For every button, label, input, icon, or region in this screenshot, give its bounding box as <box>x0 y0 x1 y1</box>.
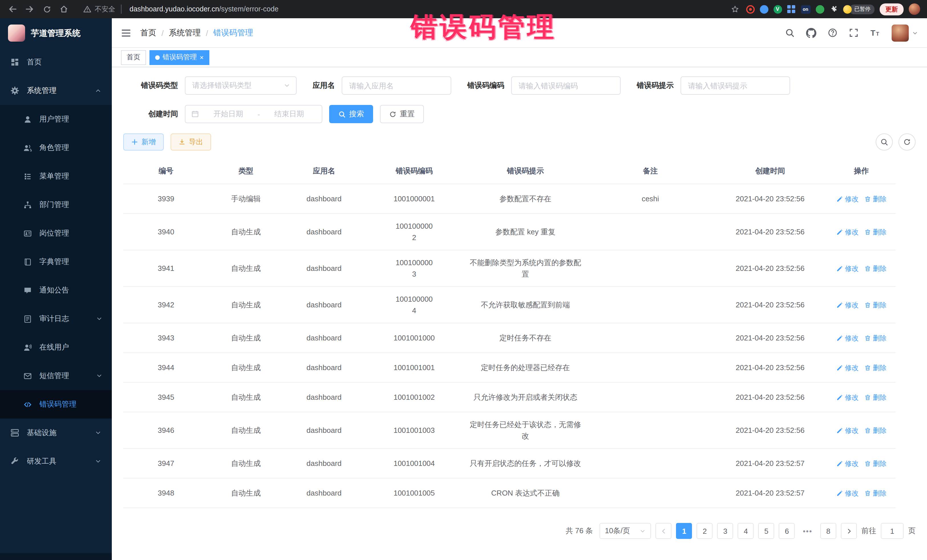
page-button-3[interactable]: 3 <box>717 523 733 539</box>
delete-link[interactable]: 删除 <box>864 458 886 469</box>
delete-link[interactable]: 删除 <box>864 488 886 498</box>
prev-page-button[interactable] <box>656 523 672 539</box>
pagination: 共 76 条 10条/页 1 2 3 4 5 6 ••• 8 前往 <box>123 523 916 539</box>
error-code-input[interactable] <box>511 76 621 95</box>
error-type-select[interactable]: 请选择错误码类型 <box>185 76 296 95</box>
breadcrumb-system[interactable]: 系统管理 <box>169 28 201 38</box>
sidebar-item-devtools[interactable]: 研发工具 <box>0 447 112 476</box>
list-icon <box>23 171 32 181</box>
browser-profile-avatar[interactable] <box>909 3 920 15</box>
font-size-icon[interactable]: TT <box>870 28 880 38</box>
sidebar-item-label: 角色管理 <box>40 143 69 153</box>
column-header-type: 类型 <box>209 159 283 184</box>
sidebar-item-system[interactable]: 系统管理 <box>0 76 112 105</box>
extension-on-badge[interactable]: on <box>801 5 810 14</box>
help-icon[interactable] <box>828 28 837 38</box>
sidebar-item-notices[interactable]: 通知公告 <box>0 276 112 305</box>
extension-leaf-icon[interactable] <box>816 5 824 14</box>
header-search-icon[interactable] <box>785 28 795 38</box>
cell-app: dashboard <box>283 187 365 211</box>
delete-link[interactable]: 删除 <box>864 300 886 310</box>
delete-link[interactable]: 删除 <box>864 425 886 436</box>
paused-badge: 已暂停 <box>849 4 874 14</box>
trash-icon <box>864 301 871 308</box>
delete-link[interactable]: 删除 <box>864 194 886 204</box>
sidebar-item-error-codes[interactable]: 错误码管理 <box>0 390 112 419</box>
org-tree-icon <box>23 200 32 209</box>
back-icon[interactable] <box>7 3 18 15</box>
edit-link[interactable]: 修改 <box>836 333 859 343</box>
sidebar-logo[interactable]: 芋道管理系统 <box>0 18 112 48</box>
edit-link[interactable]: 修改 <box>836 300 859 310</box>
page-button-2[interactable]: 2 <box>697 523 713 539</box>
home-icon[interactable] <box>58 3 70 15</box>
sidebar-item-roles[interactable]: 角色管理 <box>0 134 112 162</box>
user-menu[interactable] <box>892 24 918 41</box>
forward-icon[interactable] <box>24 3 35 15</box>
cell-code: 1001000004 <box>365 287 463 323</box>
hamburger-icon[interactable] <box>121 28 131 38</box>
search-button[interactable]: 搜索 <box>329 105 373 123</box>
edit-link[interactable]: 修改 <box>836 425 859 436</box>
extension-grid-icon[interactable] <box>787 5 795 14</box>
bookmark-star-icon[interactable] <box>729 3 741 15</box>
site-security[interactable]: 不安全 <box>83 4 124 14</box>
date-range-picker[interactable]: 开始日期 - 结束日期 <box>185 105 322 123</box>
export-button[interactable]: 导出 <box>170 134 211 150</box>
delete-link[interactable]: 删除 <box>864 227 886 237</box>
extensions-puzzle-icon[interactable] <box>829 5 838 14</box>
extension-record-icon[interactable] <box>746 5 754 14</box>
extension-v-icon[interactable]: V <box>773 5 782 14</box>
edit-link[interactable]: 修改 <box>836 392 859 402</box>
sidebar-item-infrastructure[interactable]: 基础设施 <box>0 419 112 447</box>
sidebar-item-users[interactable]: 用户管理 <box>0 105 112 134</box>
page-button-8[interactable]: 8 <box>820 523 836 539</box>
pagination-ellipsis[interactable]: ••• <box>799 523 816 539</box>
refresh-table-button[interactable] <box>898 134 916 150</box>
chrome-update-button[interactable]: 更新 <box>880 3 904 15</box>
sidebar-collapse-bar[interactable] <box>0 553 112 560</box>
page-button-1[interactable]: 1 <box>676 523 692 539</box>
sidebar-item-dictionary[interactable]: 字典管理 <box>0 247 112 276</box>
reset-button[interactable]: 重置 <box>380 105 424 123</box>
sidebar-item-posts[interactable]: 岗位管理 <box>0 219 112 247</box>
delete-link[interactable]: 删除 <box>864 363 886 373</box>
page-button-5[interactable]: 5 <box>758 523 774 539</box>
sidebar-item-audit-logs[interactable]: 审计日志 <box>0 305 112 333</box>
edit-link[interactable]: 修改 <box>836 194 859 204</box>
edit-link[interactable]: 修改 <box>836 263 859 273</box>
delete-link[interactable]: 删除 <box>864 333 886 343</box>
sidebar-item-sms[interactable]: 短信管理 <box>0 361 112 390</box>
breadcrumb-home[interactable]: 首页 <box>140 28 156 38</box>
page-button-6[interactable]: 6 <box>779 523 795 539</box>
error-hint-input[interactable] <box>681 76 790 95</box>
tab-home[interactable]: 首页 <box>121 50 146 65</box>
page-size-select[interactable]: 10条/页 <box>600 523 651 539</box>
sidebar-item-menus[interactable]: 菜单管理 <box>0 162 112 190</box>
app-name-input[interactable] <box>342 76 451 95</box>
sidebar-item-home[interactable]: 首页 <box>0 48 112 76</box>
toggle-search-button[interactable] <box>876 134 893 150</box>
extension-drop-icon[interactable] <box>760 5 768 14</box>
close-icon[interactable]: × <box>200 54 204 61</box>
page-button-4[interactable]: 4 <box>738 523 754 539</box>
reload-icon[interactable] <box>41 3 53 15</box>
address-url[interactable]: dashboard.yudao.iocoder.cn/system/error-… <box>129 5 279 13</box>
goto-page-input[interactable] <box>881 523 904 539</box>
edit-link[interactable]: 修改 <box>836 227 859 237</box>
next-page-button[interactable] <box>841 523 857 539</box>
delete-link[interactable]: 删除 <box>864 392 886 402</box>
github-icon[interactable] <box>806 28 816 38</box>
sidebar-item-departments[interactable]: 部门管理 <box>0 190 112 219</box>
delete-link[interactable]: 删除 <box>864 263 886 273</box>
edit-link[interactable]: 修改 <box>836 363 859 373</box>
filter-label: 错误码类型 <box>123 80 178 91</box>
fullscreen-icon[interactable] <box>849 28 859 38</box>
edit-link[interactable]: 修改 <box>836 488 859 498</box>
cell-remark <box>588 457 713 470</box>
tab-error-codes[interactable]: 错误码管理 × <box>149 50 209 65</box>
sidebar-item-online-users[interactable]: 在线用户 <box>0 333 112 361</box>
edit-link[interactable]: 修改 <box>836 458 859 469</box>
paused-extension[interactable]: 已暂停 <box>843 4 874 14</box>
add-button[interactable]: 新增 <box>123 134 164 150</box>
